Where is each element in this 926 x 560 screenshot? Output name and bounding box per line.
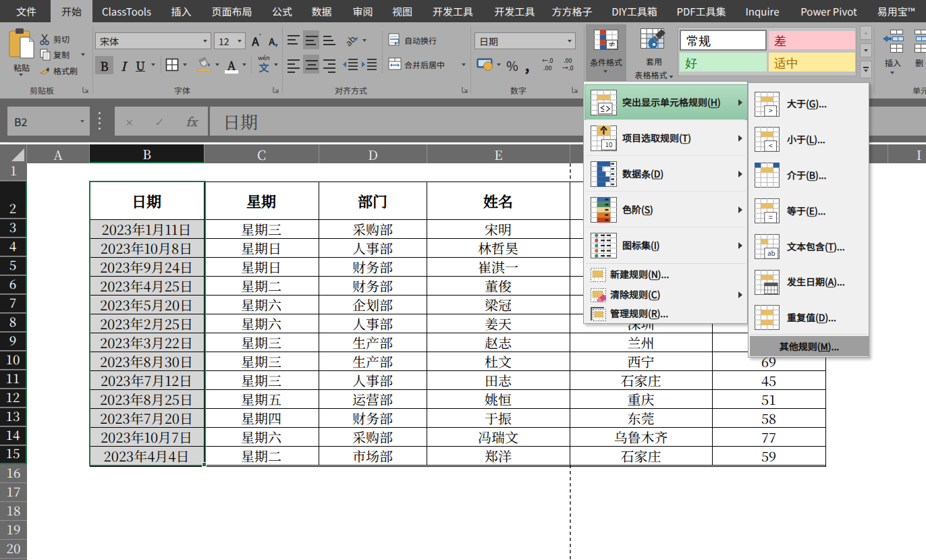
table-cell[interactable]: 姜天 — [427, 314, 570, 333]
font-name-caret[interactable] — [200, 40, 211, 43]
merge-center-dropdown-caret[interactable] — [462, 63, 466, 66]
column-header-C[interactable]: C — [205, 144, 319, 163]
name-box-caret[interactable] — [75, 120, 90, 123]
decrease-indent-button[interactable] — [342, 57, 359, 73]
table-cell[interactable]: 采购部 — [319, 220, 427, 239]
row-header-7[interactable]: 7 — [0, 295, 27, 313]
column-header-E[interactable]: E — [427, 144, 570, 163]
table-cell[interactable]: 林哲昊 — [427, 239, 570, 258]
table-cell[interactable]: 77 — [713, 428, 826, 447]
table-cell[interactable]: 石家庄 — [570, 447, 713, 466]
cf-submenu-item-text-contains[interactable]: ab文本包含(T)... — [749, 229, 869, 264]
phonetic-dropdown-caret[interactable] — [274, 63, 278, 66]
table-header-cell[interactable]: 日期 — [90, 182, 205, 220]
row-header-15[interactable]: 15 — [0, 446, 27, 464]
row-header-6[interactable]: 6 — [0, 276, 27, 294]
cf-menu-item-highlight-cells-rules[interactable]: 突出显示单元格规则(H) — [584, 84, 748, 120]
align-top-button[interactable] — [286, 32, 301, 49]
ribbon-tab-developer-2[interactable]: 开发工具 — [485, 0, 545, 22]
table-cell[interactable]: 星期五 — [205, 390, 319, 409]
ribbon-tab-ezwidgets[interactable]: 易用宝™ — [866, 0, 926, 22]
table-cell[interactable]: 石家庄 — [570, 371, 713, 390]
comma-button[interactable]: , — [521, 55, 533, 72]
number-dialog-launcher[interactable] — [570, 85, 580, 94]
row-header-1[interactable]: 1 — [0, 163, 27, 181]
table-cell[interactable]: 田志 — [427, 371, 570, 390]
fill-color-button[interactable] — [196, 56, 213, 74]
cell-style-bad[interactable]: 差 — [769, 31, 855, 49]
table-cell[interactable]: 2023年1月11日 — [90, 220, 205, 239]
cf-submenu-item-equal-to[interactable]: =等于(E)... — [749, 193, 869, 229]
table-cell[interactable]: 58 — [713, 409, 826, 428]
cf-submenu-item-greater-than[interactable]: >大于(G)... — [749, 86, 869, 122]
number-format-combo[interactable]: 日期 — [474, 32, 576, 49]
clipboard-dialog-launcher[interactable] — [81, 85, 90, 94]
cf-menu-item-clear-rules[interactable]: 清除规则(C) — [584, 285, 748, 304]
table-cell[interactable]: 2023年7月12日 — [90, 371, 205, 390]
table-cell[interactable]: 财务部 — [319, 409, 427, 428]
row-header-2[interactable]: 2 — [0, 181, 27, 219]
orientation-dropdown-caret[interactable] — [362, 39, 366, 42]
format-painter-button[interactable]: 格式刷 — [39, 64, 100, 78]
cut-button[interactable]: 剪切 — [39, 32, 86, 46]
table-cell[interactable]: 杜文 — [427, 352, 570, 371]
gallery-more[interactable] — [860, 61, 872, 78]
row-header-13[interactable]: 13 — [0, 408, 27, 426]
ribbon-tab-inquire[interactable]: Inquire — [733, 0, 792, 22]
cf-menu-item-manage-rules[interactable]: 管理规则(R)... — [584, 304, 748, 323]
increase-font-button[interactable]: Aˆ — [248, 32, 265, 49]
table-cell[interactable]: 星期四 — [205, 409, 319, 428]
paste-button[interactable]: 粘贴 — [5, 26, 38, 84]
cf-submenu-item-more-rules[interactable]: 其他规则(M)... — [750, 336, 869, 356]
row-header-12[interactable]: 12 — [0, 389, 27, 408]
underline-dropdown-caret[interactable] — [151, 63, 155, 66]
row-header-11[interactable]: 11 — [0, 370, 27, 389]
insert-function-icon[interactable]: fx — [186, 113, 197, 130]
cf-menu-item-top-bottom-rules[interactable]: 10项目选取规则(T) — [584, 120, 748, 156]
table-cell[interactable]: 西宁 — [570, 352, 713, 371]
insert-cells-button[interactable]: 插入 — [877, 24, 908, 99]
table-cell[interactable]: 星期六 — [205, 314, 319, 333]
row-header-9[interactable]: 9 — [0, 333, 27, 351]
cf-submenu-item-date-occurring[interactable]: 发生日期(A)... — [749, 264, 869, 300]
table-cell[interactable]: 人事部 — [319, 371, 427, 390]
cancel-icon[interactable]: × — [126, 112, 133, 130]
table-cell[interactable]: 兰州 — [570, 333, 713, 352]
font-dialog-launcher[interactable] — [271, 85, 281, 94]
table-cell[interactable]: 45 — [713, 371, 826, 390]
fill-color-dropdown-caret[interactable] — [215, 63, 219, 66]
borders-dropdown-caret[interactable] — [183, 63, 187, 66]
table-cell[interactable]: 宋明 — [427, 220, 570, 239]
decrease-decimal-button[interactable]: .00→.0 — [560, 56, 579, 74]
align-left-button[interactable] — [286, 57, 301, 73]
table-cell[interactable]: 2023年10月7日 — [90, 428, 205, 447]
copy-dropdown-caret[interactable] — [81, 53, 85, 56]
underline-button[interactable]: U — [132, 56, 148, 74]
row-header-16[interactable]: 16 — [0, 465, 27, 483]
table-cell[interactable]: 市场部 — [319, 447, 427, 466]
ribbon-tab-home[interactable]: 开始 — [51, 0, 92, 22]
table-cell[interactable]: 2023年9月24日 — [90, 258, 205, 277]
table-cell[interactable]: 赵志 — [427, 333, 570, 352]
table-cell[interactable]: 人事部 — [319, 239, 427, 258]
table-cell[interactable]: 2023年5月20日 — [90, 296, 205, 314]
table-cell[interactable]: 星期三 — [205, 352, 319, 371]
ribbon-tab-diy-toolbox[interactable]: DIY工具箱 — [604, 0, 665, 22]
table-cell[interactable]: 星期日 — [205, 239, 319, 258]
gallery-scroll-down[interactable] — [860, 43, 872, 57]
table-cell[interactable]: 东莞 — [570, 409, 713, 428]
align-middle-button[interactable] — [303, 30, 319, 49]
table-cell[interactable]: 星期三 — [205, 333, 319, 352]
row-header-19[interactable]: 19 — [0, 522, 27, 540]
font-size-caret[interactable] — [234, 40, 245, 43]
increase-indent-button[interactable] — [360, 57, 378, 73]
alignment-dialog-launcher[interactable] — [460, 85, 470, 94]
column-header-A[interactable]: A — [27, 144, 90, 163]
table-cell[interactable]: 财务部 — [319, 277, 427, 296]
table-header-cell[interactable]: 星期 — [205, 182, 319, 220]
table-cell[interactable]: 2023年10月8日 — [90, 239, 205, 258]
table-cell[interactable]: 人事部 — [319, 314, 427, 333]
table-cell[interactable]: 星期日 — [205, 258, 319, 277]
cf-menu-item-data-bars[interactable]: 数据条(D) — [584, 156, 748, 192]
table-cell[interactable]: 2023年8月25日 — [90, 390, 205, 409]
